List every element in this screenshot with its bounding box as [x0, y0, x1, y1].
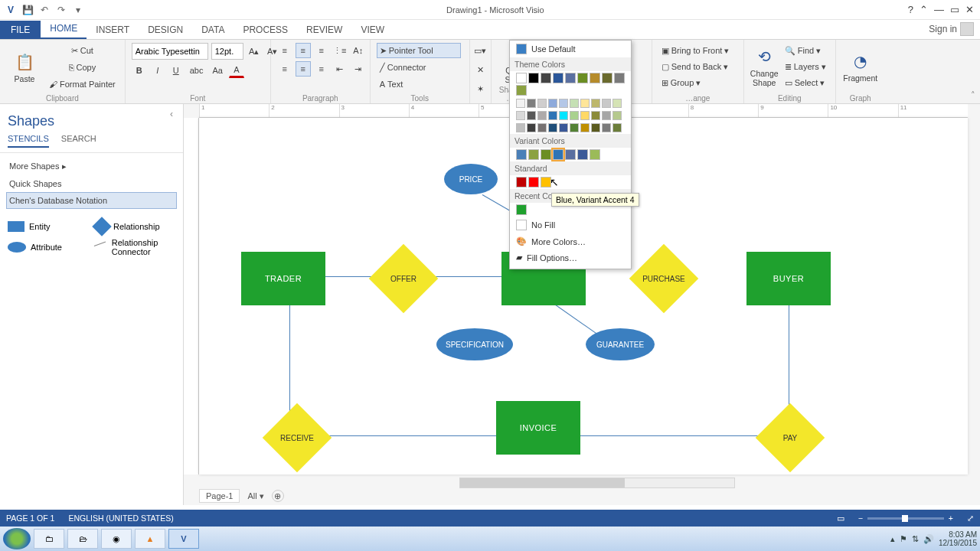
color-swatch[interactable] — [577, 149, 588, 160]
help-button[interactable]: ? — [908, 4, 913, 15]
close-button[interactable]: ✕ — [965, 4, 974, 15]
color-swatch[interactable] — [612, 99, 622, 108]
horizontal-scrollbar[interactable] — [459, 478, 735, 488]
attr-price[interactable]: PRICE — [444, 164, 498, 194]
color-swatch[interactable] — [516, 149, 527, 160]
connector-tool-button[interactable]: ╱Connector — [377, 60, 461, 75]
save-icon[interactable]: 💾 — [21, 4, 34, 16]
chrome-taskbar-icon[interactable]: ◉ — [101, 529, 132, 549]
find-button[interactable]: 🔍Find ▾ — [782, 43, 829, 58]
connection-point-button[interactable]: ✶ — [472, 81, 489, 96]
tab-design[interactable]: DESIGN — [139, 21, 192, 39]
presentation-mode-icon[interactable]: ▭ — [837, 514, 844, 523]
align-bottom-button[interactable]: ≡ — [314, 43, 329, 58]
bold-button[interactable]: B — [132, 63, 147, 78]
select-button[interactable]: ▭Select ▾ — [782, 75, 829, 90]
relationship-connector-sample[interactable]: Relationship Connector — [95, 238, 175, 256]
entity-buyer[interactable]: BUYER — [746, 252, 831, 305]
color-swatch[interactable] — [580, 123, 590, 132]
pointer-tool-button[interactable]: ➤Pointer Tool — [377, 43, 461, 58]
quick-shapes-item[interactable]: Quick Shapes — [6, 175, 177, 192]
copy-button[interactable]: ⎘Copy — [46, 60, 119, 75]
attribute-shape-sample[interactable]: Attribute — [8, 238, 87, 256]
font-size-combo[interactable] — [211, 43, 243, 60]
rectangle-tool-button[interactable]: ▭▾ — [472, 43, 489, 58]
vlc-taskbar-icon[interactable]: ▲ — [135, 529, 165, 549]
color-swatch[interactable] — [591, 99, 600, 108]
color-swatch[interactable] — [548, 111, 557, 120]
color-swatch[interactable] — [537, 99, 547, 108]
color-swatch[interactable] — [559, 123, 568, 132]
attr-specification[interactable]: SPECIFICATION — [436, 328, 513, 360]
new-page-button[interactable]: ⊕ — [272, 490, 284, 502]
taskbar-clock[interactable]: 8:03 AM 12/19/2015 — [939, 530, 977, 547]
color-swatch[interactable] — [559, 99, 568, 108]
color-swatch[interactable] — [537, 111, 547, 120]
strike-button[interactable]: abc — [187, 63, 207, 78]
fragment-button[interactable]: ◔ Fragment — [842, 43, 879, 90]
color-swatch[interactable] — [591, 111, 600, 120]
send-to-back-button[interactable]: ▢Send to Back ▾ — [658, 59, 737, 74]
sign-in-link[interactable]: Sign in — [923, 19, 980, 39]
tray-network-icon[interactable]: ⇅ — [912, 534, 919, 544]
group-button[interactable]: ⊞Group ▾ — [658, 75, 737, 90]
case-button[interactable]: Aa — [210, 63, 226, 78]
color-swatch[interactable] — [591, 123, 600, 132]
tab-home[interactable]: HOME — [41, 19, 87, 39]
color-swatch[interactable] — [590, 73, 600, 83]
indent-dec-button[interactable]: ⇤ — [332, 61, 348, 77]
tray-flag-icon[interactable]: ⚑ — [900, 534, 907, 544]
color-swatch[interactable] — [528, 149, 539, 160]
no-fill-item[interactable]: No Fill — [510, 217, 631, 233]
underline-button[interactable]: U — [168, 63, 184, 78]
color-swatch[interactable] — [577, 73, 588, 83]
tab-review[interactable]: REVIEW — [297, 21, 351, 39]
rel-pay[interactable]: PAY — [766, 413, 815, 462]
color-swatch[interactable] — [565, 73, 576, 83]
color-swatch[interactable] — [527, 123, 536, 132]
align-top-button[interactable]: ≡ — [277, 43, 292, 58]
entity-invoice[interactable]: INVOICE — [496, 401, 580, 455]
text-tool-button[interactable]: AText — [377, 77, 461, 92]
cut-button[interactable]: ✂Cut — [46, 43, 119, 58]
entity-shape-sample[interactable]: Entity — [8, 220, 87, 233]
attr-guarantee[interactable]: GUARANTEE — [586, 328, 655, 360]
start-button[interactable] — [3, 528, 31, 549]
minimize-button[interactable]: — — [934, 4, 944, 15]
ribbon-display-icon[interactable]: ⌃ — [920, 4, 928, 15]
zoom-in-icon[interactable]: + — [949, 514, 953, 523]
color-swatch[interactable] — [612, 123, 622, 132]
tab-view[interactable]: VIEW — [351, 21, 394, 39]
grow-font-button[interactable]: A▴ — [247, 44, 262, 59]
tab-data[interactable]: DATA — [192, 21, 234, 39]
color-swatch[interactable] — [602, 99, 611, 108]
color-swatch[interactable] — [548, 123, 557, 132]
color-swatch[interactable] — [602, 111, 611, 120]
color-swatch[interactable] — [527, 99, 536, 108]
font-color-button[interactable]: A — [229, 63, 244, 78]
color-swatch[interactable] — [548, 99, 557, 108]
language-indicator[interactable]: ENGLISH (UNITED STATES) — [68, 514, 173, 523]
fill-options-item[interactable]: ▰Fill Options… — [510, 249, 631, 266]
color-swatch[interactable] — [541, 149, 551, 160]
font-name-combo[interactable] — [132, 43, 208, 60]
qat-customize-icon[interactable]: ▾ — [72, 4, 84, 16]
tab-insert[interactable]: INSERT — [87, 21, 139, 39]
align-center-button[interactable]: ≡ — [296, 61, 311, 77]
color-swatch[interactable] — [541, 73, 551, 83]
bullets-button[interactable]: ⋮≡ — [332, 43, 348, 58]
color-swatch[interactable] — [570, 123, 579, 132]
redo-icon[interactable]: ↷ — [55, 4, 67, 16]
stencils-tab[interactable]: STENCILS — [8, 134, 49, 148]
zoom-slider[interactable] — [867, 517, 944, 520]
use-default-item[interactable]: Use Default — [510, 41, 631, 57]
collapse-ribbon-icon[interactable]: ˄ — [971, 90, 975, 100]
color-swatch[interactable] — [602, 123, 611, 132]
color-swatch[interactable] — [516, 99, 525, 108]
color-swatch[interactable] — [553, 73, 564, 83]
color-swatch[interactable] — [516, 85, 527, 96]
rel-offer[interactable]: OFFER — [379, 254, 428, 303]
rel-receive[interactable]: RECEIVE — [273, 413, 322, 462]
color-swatch[interactable] — [516, 123, 525, 132]
stencil-chens-db[interactable]: Chen's Database Notation — [6, 192, 177, 209]
